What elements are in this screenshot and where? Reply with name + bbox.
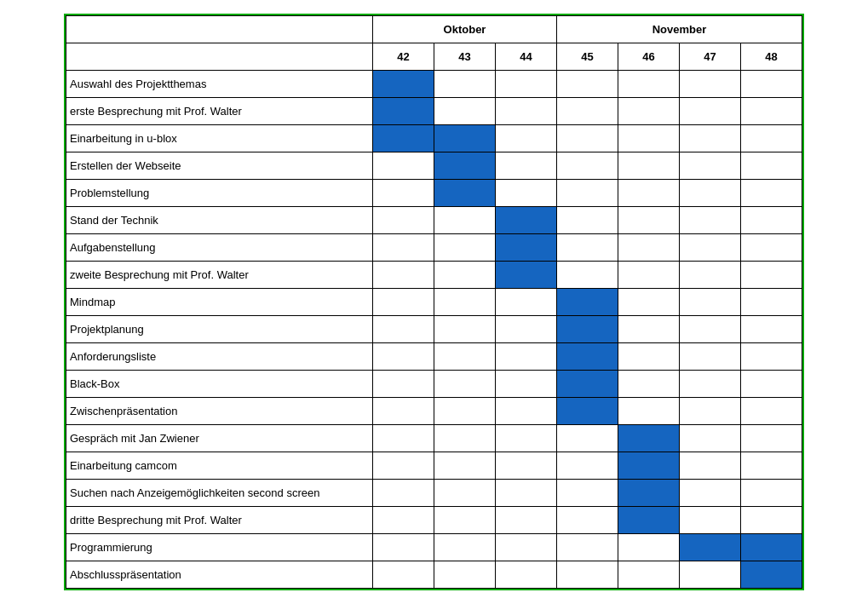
gantt-cell [618, 534, 680, 561]
gantt-cell [434, 398, 496, 425]
gantt-cell [741, 452, 802, 480]
gantt-cell [496, 480, 557, 507]
table-row: Mindmap [66, 289, 802, 316]
task-name: Anforderungsliste [66, 343, 373, 371]
task-name: erste Besprechung mit Prof. Walter [66, 98, 373, 125]
gantt-cell [496, 125, 557, 152]
gantt-cell [557, 534, 618, 561]
gantt-cell [373, 534, 434, 561]
gantt-cell [373, 207, 434, 234]
week-44: 44 [496, 43, 557, 71]
gantt-cell [373, 480, 434, 507]
header-empty-top [66, 16, 373, 43]
gantt-cell [496, 425, 557, 452]
gantt-cell [557, 125, 618, 152]
task-name: Einarbeitung camcom [66, 452, 373, 480]
gantt-cell [557, 452, 618, 480]
gantt-cell [373, 316, 434, 343]
gantt-cell [618, 262, 680, 289]
gantt-cell [557, 480, 618, 507]
gantt-cell [434, 207, 496, 234]
gantt-cell [680, 125, 741, 152]
gantt-cell [618, 507, 680, 534]
task-name: zweite Besprechung mit Prof. Walter [66, 262, 373, 289]
week-43: 43 [434, 43, 496, 71]
task-name: Zwischenpräsentation [66, 398, 373, 425]
gantt-cell [618, 343, 680, 371]
gantt-cell [741, 152, 802, 180]
gantt-cell [741, 234, 802, 262]
table-row: Zwischenpräsentation [66, 398, 802, 425]
gantt-cell [373, 125, 434, 152]
month-oktober: Oktober [373, 16, 557, 43]
gantt-chart: Oktober November 42 43 44 45 46 47 48 Au… [64, 14, 804, 590]
gantt-cell [741, 398, 802, 425]
gantt-cell [557, 180, 618, 207]
gantt-cell [618, 371, 680, 398]
gantt-cell [373, 289, 434, 316]
gantt-cell [434, 480, 496, 507]
gantt-cell [373, 507, 434, 534]
gantt-cell [741, 371, 802, 398]
table-row: Gespräch mit Jan Zwiener [66, 425, 802, 452]
task-name: Gespräch mit Jan Zwiener [66, 425, 373, 452]
gantt-cell [741, 289, 802, 316]
gantt-cell [434, 534, 496, 561]
task-name: Projektplanung [66, 316, 373, 343]
gantt-cell [434, 316, 496, 343]
gantt-cell [373, 343, 434, 371]
gantt-cell [496, 507, 557, 534]
task-name: dritte Besprechung mit Prof. Walter [66, 507, 373, 534]
gantt-cell [680, 398, 741, 425]
gantt-cell [373, 152, 434, 180]
gantt-cell [434, 152, 496, 180]
gantt-cell [680, 425, 741, 452]
table-row: Programmierung [66, 534, 802, 561]
gantt-cell [618, 480, 680, 507]
gantt-cell [496, 561, 557, 589]
gantt-cell [434, 452, 496, 480]
table-row: Einarbeitung camcom [66, 452, 802, 480]
gantt-cell [618, 452, 680, 480]
week-48: 48 [741, 43, 802, 71]
gantt-cell [496, 71, 557, 98]
table-row: Problemstellung [66, 180, 802, 207]
gantt-cell [741, 207, 802, 234]
gantt-cell [373, 561, 434, 589]
gantt-cell [741, 425, 802, 452]
gantt-cell [557, 152, 618, 180]
gantt-cell [373, 71, 434, 98]
gantt-cell [741, 507, 802, 534]
gantt-cell [496, 98, 557, 125]
task-name: Auswahl des Projektthemas [66, 71, 373, 98]
gantt-cell [434, 425, 496, 452]
week-47: 47 [680, 43, 741, 71]
gantt-cell [557, 343, 618, 371]
table-row: Black-Box [66, 371, 802, 398]
gantt-cell [680, 561, 741, 589]
task-name: Black-Box [66, 371, 373, 398]
gantt-cell [496, 371, 557, 398]
gantt-cell [557, 234, 618, 262]
gantt-cell [618, 98, 680, 125]
gantt-cell [618, 561, 680, 589]
gantt-cell [741, 125, 802, 152]
gantt-cell [741, 316, 802, 343]
gantt-cell [557, 398, 618, 425]
gantt-cell [741, 180, 802, 207]
task-name: Aufgabenstellung [66, 234, 373, 262]
gantt-cell [434, 71, 496, 98]
gantt-cell [373, 234, 434, 262]
table-row: dritte Besprechung mit Prof. Walter [66, 507, 802, 534]
month-november: November [557, 16, 802, 43]
gantt-cell [496, 180, 557, 207]
gantt-cell [680, 98, 741, 125]
gantt-cell [496, 262, 557, 289]
gantt-cell [741, 561, 802, 589]
gantt-cell [618, 425, 680, 452]
gantt-cell [434, 289, 496, 316]
week-45: 45 [557, 43, 618, 71]
gantt-cell [496, 207, 557, 234]
table-row: Auswahl des Projektthemas [66, 71, 802, 98]
gantt-cell [557, 507, 618, 534]
